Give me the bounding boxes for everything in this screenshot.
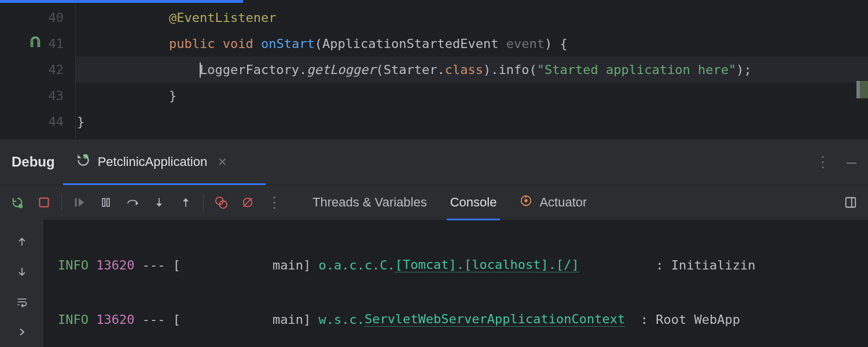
editor-gutter: 40 41 42 43 44 xyxy=(0,3,75,139)
separator xyxy=(61,194,62,211)
log-line[interactable]: INFO 13620 --- [ main] o.a.c.c.C.[Tomcat… xyxy=(58,252,868,278)
debug-title: Debug xyxy=(0,154,69,170)
code-line[interactable]: @EventListener xyxy=(76,5,868,31)
tab-threads-variables[interactable]: Threads & Variables xyxy=(312,185,427,220)
console-panel: INFO 13620 --- [ main] o.a.c.c.C.[Tomcat… xyxy=(0,220,868,347)
console-output[interactable]: INFO 13620 --- [ main] o.a.c.c.C.[Tomcat… xyxy=(44,220,868,347)
layout-button[interactable] xyxy=(839,191,862,214)
log-line[interactable]: INFO 13620 --- [ main] w.s.c.ServletWebS… xyxy=(58,307,868,332)
listener-icon[interactable] xyxy=(29,36,42,51)
svg-rect-3 xyxy=(75,198,77,207)
code-area[interactable]: @EventListener public void onStart(Appli… xyxy=(75,3,868,139)
minimize-icon[interactable]: — xyxy=(847,153,856,172)
code-line[interactable]: } xyxy=(76,83,868,109)
debug-tool-window-header: Debug PetclinicApplication ✕ ⋮ — xyxy=(0,139,868,185)
scroll-down-button[interactable] xyxy=(10,260,34,283)
step-out-button[interactable] xyxy=(174,191,197,214)
soft-wrap-button[interactable] xyxy=(10,290,34,313)
tab-console[interactable]: Console xyxy=(450,185,497,220)
line-number: 42 xyxy=(0,57,75,83)
code-line-current[interactable]: LoggerFactory.getLogger(Starter.class).i… xyxy=(76,57,868,83)
resume-button[interactable] xyxy=(68,191,91,214)
code-line[interactable]: public void onStart(ApplicationStartedEv… xyxy=(76,31,868,57)
line-number: 41 xyxy=(0,31,75,57)
svg-point-11 xyxy=(525,199,528,202)
run-configuration-tab[interactable]: PetclinicApplication ✕ xyxy=(69,139,238,184)
code-editor[interactable]: 40 41 42 43 44 @EventListener public voi… xyxy=(0,3,868,139)
svg-rect-5 xyxy=(107,198,109,206)
separator xyxy=(203,194,204,211)
scroll-up-button[interactable] xyxy=(10,230,34,253)
line-number: 40 xyxy=(0,5,75,31)
svg-rect-12 xyxy=(846,198,856,208)
console-toolbar xyxy=(0,220,44,347)
svg-rect-4 xyxy=(102,198,105,206)
stop-button[interactable] xyxy=(32,191,56,214)
more-options-icon[interactable]: ⋮ xyxy=(815,153,830,171)
debug-controls: ⋮ Threads & Variables Console Actuator xyxy=(0,185,868,220)
line-number: 43 xyxy=(0,83,75,109)
actuator-icon xyxy=(520,194,532,211)
rerun-button[interactable] xyxy=(6,191,29,214)
mute-breakpoints-button[interactable] xyxy=(236,191,259,214)
scroll-to-end-button[interactable] xyxy=(10,320,34,344)
step-over-button[interactable] xyxy=(121,191,144,214)
run-config-name: PetclinicApplication xyxy=(98,154,208,169)
view-breakpoints-button[interactable] xyxy=(209,191,233,214)
run-reload-icon xyxy=(76,153,91,171)
tab-underline xyxy=(63,183,266,185)
more-debug-icon[interactable]: ⋮ xyxy=(263,191,286,214)
code-line[interactable]: } xyxy=(76,109,868,135)
step-into-button[interactable] xyxy=(148,191,171,214)
minimap-marker[interactable] xyxy=(856,81,868,98)
line-number: 44 xyxy=(0,109,75,135)
svg-rect-2 xyxy=(40,198,49,207)
debug-subtabs: Threads & Variables Console Actuator xyxy=(312,185,587,220)
close-tab-icon[interactable]: ✕ xyxy=(214,155,231,169)
svg-point-1 xyxy=(19,204,23,208)
tab-actuator[interactable]: Actuator xyxy=(520,185,587,220)
pause-button[interactable] xyxy=(94,191,117,214)
